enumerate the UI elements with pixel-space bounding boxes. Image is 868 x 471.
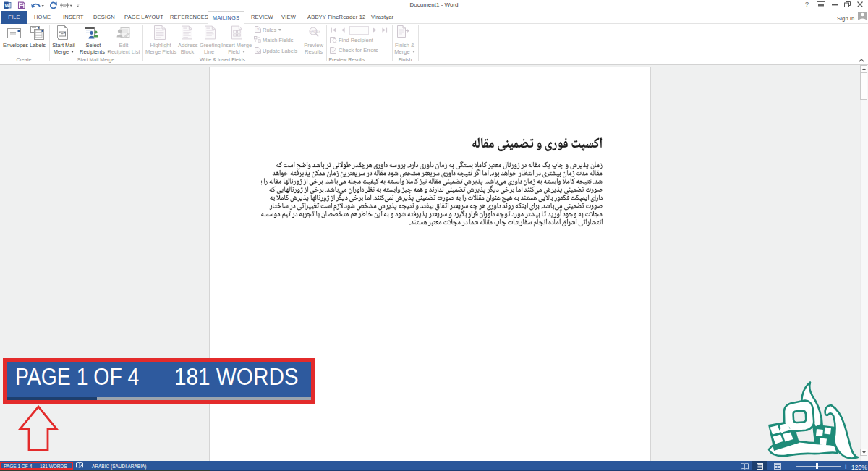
svg-text:«ABC»: «ABC» xyxy=(310,30,320,33)
